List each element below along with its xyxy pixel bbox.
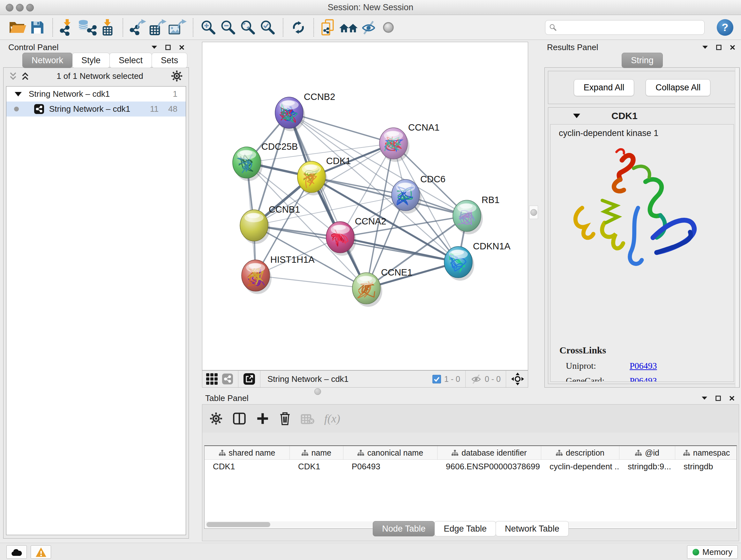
cell-database-identifier: 9606.ENSP00000378699	[437, 462, 541, 472]
protein-structure-image	[560, 145, 710, 279]
crosslink-uniprot-link[interactable]: P06493	[630, 361, 657, 371]
hidden-eye-icon[interactable]	[471, 374, 482, 384]
column-header[interactable]: canonical name	[343, 446, 437, 459]
table-header-row: shared name name canonical name database…	[205, 446, 737, 460]
tab-style[interactable]: Style	[72, 53, 110, 68]
cell-canonical-name: P06493	[343, 462, 437, 472]
show-columns-button[interactable]	[232, 412, 246, 426]
crosslink-genecard-link[interactable]: P06493	[630, 376, 657, 382]
column-header[interactable]: @id	[619, 446, 675, 459]
expand-all-networks-button[interactable]	[21, 72, 29, 80]
panel-float-button[interactable]	[716, 395, 721, 401]
export-table-button[interactable]	[148, 17, 168, 37]
crosslink-label: Uniprot:	[566, 361, 630, 371]
column-header[interactable]: description	[541, 446, 619, 459]
zoom-selected-button[interactable]	[258, 17, 278, 37]
search-box	[545, 20, 704, 35]
network-collection-row[interactable]: String Network – cdk1 1	[6, 86, 186, 102]
network-options-gear[interactable]	[171, 70, 183, 82]
tab-node-table[interactable]: Node Table	[373, 521, 434, 537]
toolbar-separator	[123, 18, 123, 37]
tab-network[interactable]: Network	[22, 53, 72, 68]
node-label-CCNB1: CCNB1	[269, 204, 300, 214]
panel-collapse-button[interactable]	[702, 396, 707, 400]
node-label-CDC25B: CDC25B	[261, 141, 298, 152]
panel-float-button[interactable]	[165, 45, 171, 50]
tab-sets[interactable]: Sets	[151, 53, 187, 68]
panel-close-button[interactable]	[179, 45, 185, 50]
hide-eye-button[interactable]	[359, 17, 379, 37]
network-status-dot	[14, 107, 19, 111]
table-settings-gear[interactable]	[209, 412, 223, 425]
import-table-button[interactable]	[98, 17, 118, 37]
collapse-all-button[interactable]: Collapse All	[646, 79, 711, 96]
search-input[interactable]	[560, 23, 700, 32]
zoom-fit-button[interactable]	[238, 17, 258, 37]
node-label-RB1: RB1	[482, 195, 499, 205]
column-header[interactable]: namespac	[675, 446, 737, 459]
panel-float-button[interactable]	[716, 45, 722, 50]
column-header[interactable]: shared name	[205, 446, 290, 459]
export-network-button[interactable]	[128, 17, 148, 37]
panel-close-button[interactable]	[729, 395, 735, 401]
node-table: shared name name canonical name database…	[204, 445, 737, 529]
save-session-button[interactable]	[27, 17, 47, 37]
results-panel: Results Panel String Expand All Collapse…	[544, 42, 740, 388]
tree-expand-icon[interactable]	[15, 92, 22, 97]
selected-checkbox-icon[interactable]	[432, 375, 441, 383]
node-label-CDK1: CDK1	[326, 156, 351, 166]
tab-select[interactable]: Select	[110, 53, 152, 68]
copy-document-share-button[interactable]	[319, 17, 339, 37]
panel-close-button[interactable]	[730, 45, 735, 50]
network-graph[interactable]: CCNB2CCNA1CDC25BCDK1CDC6RB1CCNB1CCNA2CDK…	[202, 42, 528, 370]
network-row-selected[interactable]: String Network – cdk1 11 48	[6, 102, 186, 117]
tab-network-table[interactable]: Network Table	[495, 521, 569, 537]
grid-view-icon[interactable]	[206, 373, 218, 385]
network-canvas[interactable]: CCNB2CCNA1CDC25BCDK1CDC6RB1CCNB1CCNA2CDK…	[202, 42, 528, 370]
add-column-button[interactable]	[256, 412, 269, 425]
detach-view-icon[interactable]	[244, 373, 255, 385]
expand-all-button[interactable]: Expand All	[574, 79, 634, 96]
tab-edge-table[interactable]: Edge Table	[434, 521, 496, 537]
memory-button[interactable]: Memory	[687, 545, 738, 559]
edge-HIST1H1A-CCNE1[interactable]	[256, 275, 366, 288]
export-image-button[interactable]	[168, 17, 188, 37]
import-network-database-button[interactable]	[78, 17, 98, 37]
crosslink-label: GeneCard:	[566, 376, 630, 382]
table-toolbar: f(x)	[202, 405, 739, 433]
open-session-button[interactable]	[8, 17, 27, 37]
protein-collapse-icon[interactable]	[573, 114, 580, 118]
results-panel-title: Results Panel	[547, 43, 598, 52]
results-scrollbar[interactable]	[735, 68, 739, 387]
sphere-eye-button[interactable]	[379, 17, 398, 37]
collapse-all-networks-button[interactable]	[9, 72, 17, 80]
column-header[interactable]: database identifier	[437, 446, 541, 459]
help-button[interactable]: ?	[717, 19, 733, 36]
panel-collapse-button[interactable]	[702, 46, 708, 49]
birdseye-crosshair-icon[interactable]	[511, 373, 524, 385]
table-panel: Table Panel f(x)	[202, 393, 739, 541]
toolbar-separator	[283, 18, 283, 37]
protein-section: CDK1 cyclin-dependent kinase 1	[548, 107, 736, 384]
delete-column-button[interactable]	[279, 412, 291, 426]
warnings-button[interactable]	[30, 545, 51, 559]
toolbar-separator	[193, 18, 193, 37]
zoom-out-button[interactable]	[218, 17, 238, 37]
home-houses-button[interactable]	[339, 17, 359, 37]
import-network-file-button[interactable]	[58, 17, 78, 37]
share-view-icon[interactable]	[222, 374, 233, 384]
table-row[interactable]: CDK1 CDK1 P06493 9606.ENSP00000378699 cy…	[205, 460, 737, 473]
zoom-in-button[interactable]	[199, 17, 218, 37]
edge-CCNA2-CDKN1A[interactable]	[340, 237, 458, 262]
refresh-button[interactable]	[288, 17, 308, 37]
memory-label: Memory	[702, 547, 732, 557]
selected-counts: 1 - 0	[444, 374, 460, 384]
network-node-count: 11	[150, 104, 158, 114]
vertical-splitter-handle[interactable]	[529, 206, 538, 219]
column-header[interactable]: name	[290, 446, 343, 459]
cloud-button[interactable]	[6, 545, 27, 559]
tab-string[interactable]: String	[622, 53, 663, 68]
panel-collapse-button[interactable]	[151, 46, 157, 49]
toolbar-separator	[52, 18, 53, 37]
crosslinks-title: CrossLinks	[559, 345, 734, 356]
